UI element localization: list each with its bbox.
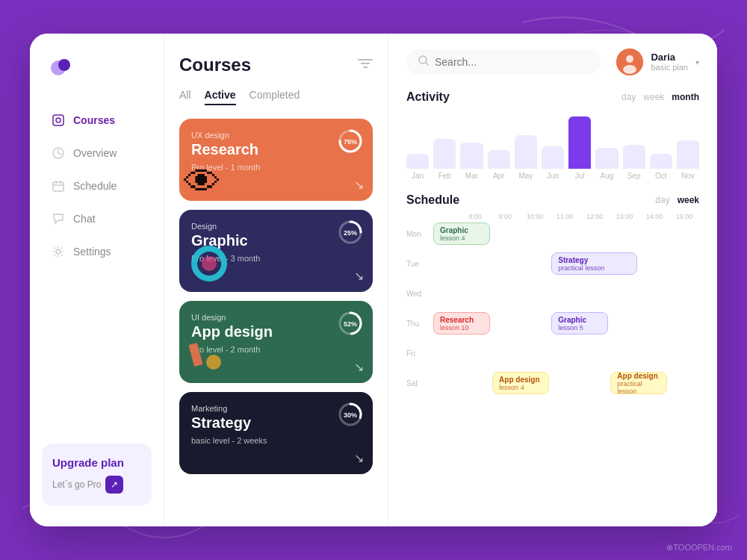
activity-title: Activity	[406, 90, 450, 104]
schedule-cells	[433, 340, 699, 367]
bar[interactable]	[677, 140, 699, 169]
schedule-block[interactable]: Strategypractical lesson	[551, 252, 637, 275]
course-card-ux-research[interactable]: UX design Research Pro level - 1 month 👁…	[179, 119, 373, 201]
time-slots-header: 8:009:0010:0011:0012:0013:0014:0015:0016…	[433, 213, 699, 220]
sched-view-week[interactable]: week	[678, 195, 699, 205]
bar-group: Nov	[677, 140, 699, 180]
panel-title: Courses	[179, 55, 251, 75]
bar[interactable]	[650, 154, 672, 169]
user-name: Daria	[651, 52, 688, 63]
tab-active[interactable]: Active	[205, 89, 236, 105]
course-progress-circle: 75%	[337, 128, 364, 155]
sidebar-item-schedule[interactable]: Schedule	[42, 171, 152, 201]
course-arrow: ↘	[354, 451, 364, 465]
chevron-down-icon[interactable]: ▾	[695, 58, 699, 66]
bar[interactable]	[623, 145, 645, 169]
bar[interactable]	[460, 143, 483, 169]
course-card-graphic[interactable]: Design Graphic Pro level - 3 month 25%	[179, 210, 373, 292]
upgrade-box[interactable]: Upgrade plan Let`s go Pro ↗	[42, 444, 152, 506]
filter-icon[interactable]	[358, 57, 373, 72]
block-title: Graphic	[558, 316, 601, 324]
main-card: Courses Overview	[30, 34, 717, 526]
time-slot-label: 11:00	[550, 213, 580, 220]
sidebar-item-schedule-label: Schedule	[73, 180, 117, 192]
block-subtitle: lesson 4	[440, 234, 483, 242]
course-card-strategy[interactable]: Marketing Strategy basic level - 2 weeks…	[179, 392, 373, 474]
time-slot-label: 8:00	[460, 213, 490, 220]
bar-label: Jan	[412, 172, 424, 180]
time-slot-label: 13:00	[610, 213, 639, 220]
sidebar-item-overview[interactable]: Overview	[42, 138, 152, 168]
sidebar-item-chat[interactable]: Chat	[42, 204, 152, 234]
schedule-row: TueStrategypractical lesson	[406, 250, 699, 277]
course-level: basic level - 2 weeks	[191, 436, 361, 445]
svg-point-7	[56, 249, 61, 254]
bar-label: Jul	[575, 172, 585, 180]
course-name: Research	[191, 141, 361, 158]
course-illustration: 👁	[184, 161, 221, 201]
schedule-cells: Researchlesson 10Graphiclesson 5	[433, 310, 699, 337]
courses-icon	[51, 113, 66, 128]
bar[interactable]	[488, 150, 510, 169]
schedule-header: Schedule day week	[406, 193, 699, 207]
bar[interactable]	[406, 154, 429, 169]
bar[interactable]	[542, 146, 564, 169]
svg-point-29	[626, 55, 633, 63]
view-month[interactable]: month	[672, 92, 699, 102]
course-progress-circle: 52%	[337, 310, 364, 337]
bar[interactable]	[433, 139, 456, 169]
schedule-block[interactable]: App designlesson 4	[492, 372, 549, 394]
block-title: Research	[440, 316, 483, 324]
schedule-block[interactable]: Graphiclesson 5	[551, 312, 608, 335]
schedule-row: MonGraphiclesson 4	[406, 220, 699, 247]
sidebar-item-settings[interactable]: Settings	[42, 237, 152, 267]
bar[interactable]	[595, 148, 618, 169]
schedule-cells: Strategypractical lesson	[433, 250, 699, 277]
sidebar-item-courses-label: Courses	[73, 114, 115, 126]
block-title: Strategy	[558, 256, 630, 264]
block-subtitle: lesson 4	[499, 384, 542, 391]
schedule-cells	[433, 280, 699, 307]
schedule-block[interactable]: Graphiclesson 4	[433, 223, 490, 245]
schedule-row: Fri	[406, 340, 699, 367]
sched-view-day[interactable]: day	[655, 195, 669, 205]
block-subtitle: lesson 5	[558, 324, 601, 332]
day-label: Wed	[406, 290, 433, 298]
bar-label: Aug	[601, 172, 614, 180]
block-subtitle: practical lesson	[558, 264, 630, 272]
sidebar-item-chat-label: Chat	[73, 213, 96, 225]
active-bar[interactable]	[568, 116, 591, 169]
svg-text:75%: 75%	[344, 138, 357, 146]
svg-point-30	[623, 65, 636, 74]
logo	[48, 55, 75, 81]
svg-point-2	[58, 59, 70, 71]
svg-rect-19	[188, 343, 202, 367]
sidebar-item-courses[interactable]: Courses	[42, 105, 152, 135]
upgrade-arrow[interactable]: ↗	[105, 476, 123, 494]
overview-icon	[51, 146, 66, 161]
course-arrow: ↘	[354, 360, 364, 374]
svg-rect-3	[53, 115, 63, 125]
user-info: Daria basic plan ▾	[616, 49, 699, 75]
course-name: Strategy	[191, 414, 361, 432]
search-input[interactable]	[435, 56, 589, 68]
user-plan: basic plan	[651, 63, 688, 72]
bar[interactable]	[515, 135, 537, 169]
schedule-block[interactable]: Researchlesson 10	[433, 312, 490, 335]
bar-label: Nov	[681, 172, 695, 180]
view-week[interactable]: week	[643, 92, 664, 102]
block-title: App design	[617, 372, 660, 380]
schedule-rows: MonGraphiclesson 4TueStrategypractical l…	[406, 220, 699, 396]
tab-completed[interactable]: Completed	[249, 89, 300, 105]
time-slot-label: 10:00	[520, 213, 550, 220]
bar-label: Mar	[465, 172, 478, 180]
search-box[interactable]	[406, 49, 601, 75]
view-day[interactable]: day	[622, 92, 636, 102]
course-tag: UI design	[191, 313, 361, 322]
tab-all[interactable]: All	[179, 89, 191, 105]
schedule-block[interactable]: App designpractical lesson	[610, 372, 667, 394]
course-card-app-design[interactable]: UI design App design Pro level - 2 month…	[179, 301, 373, 383]
courses-list: UX design Research Pro level - 1 month 👁…	[179, 119, 373, 505]
time-slot-label: 15:00	[669, 213, 699, 220]
day-label: Thu	[406, 320, 433, 328]
